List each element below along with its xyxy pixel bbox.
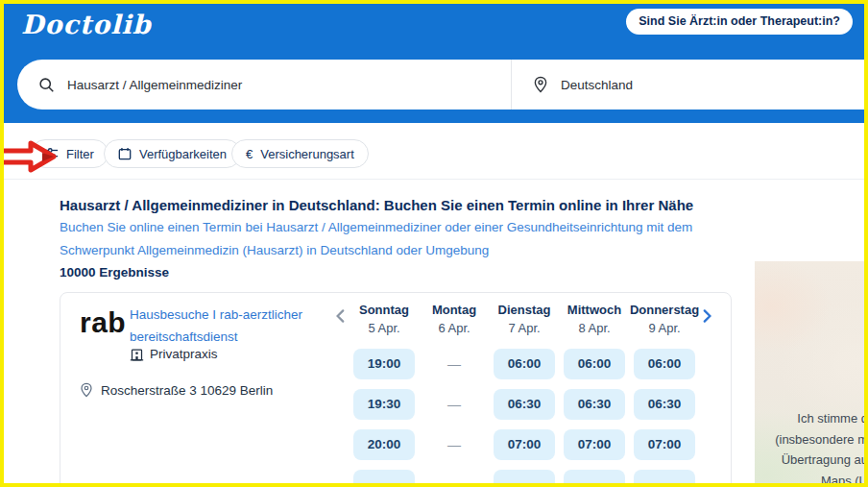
calendar-icon	[118, 147, 132, 160]
day-date: 8 Apr.	[578, 321, 610, 340]
location-pin-icon	[533, 76, 548, 93]
address-row: Roscherstraße 3 10629 Berlin	[80, 382, 273, 398]
filter-button-label: Filter	[66, 147, 94, 161]
search-location-text: Deutschland	[561, 78, 633, 92]
building-icon	[130, 348, 144, 361]
page-title: Hausarzt / Allgemeinmediziner in Deutsch…	[60, 197, 693, 213]
insurance-filter-button[interactable]: € Versicherungsart	[231, 139, 369, 168]
time-slot-button[interactable]: 19:00	[353, 349, 415, 379]
red-arrow-annotation	[0, 139, 60, 174]
time-slot-button[interactable]: 06:00	[494, 349, 555, 379]
availability-filter-label: Verfügbarkeiten	[139, 147, 227, 161]
time-slot-button[interactable]	[353, 470, 415, 487]
day-date: 7 Apr.	[508, 321, 540, 340]
top-header: Doctolib Sind Sie Ärzt:in oder Therapeut…	[4, 4, 864, 123]
time-slot-button[interactable]: 07:00	[634, 429, 695, 460]
time-slot-button[interactable]: 06:00	[564, 349, 625, 379]
day-name: Sonntag	[359, 303, 409, 321]
day-name: Mittwoch	[567, 303, 621, 321]
day-date: 9 Apr.	[648, 321, 680, 340]
doctolib-logo[interactable]: Doctolib	[21, 10, 152, 39]
map-consent-line: Maps (U	[755, 471, 868, 487]
time-slot-button[interactable]: 06:00	[634, 349, 695, 379]
search-bar: Hausarzt / Allgemeinmediziner Deutschlan…	[17, 60, 868, 110]
euro-icon: €	[246, 147, 253, 161]
time-slot-button[interactable]: 07:00	[564, 429, 625, 460]
no-slot-dash: —	[423, 470, 485, 487]
page-subtitle: Buchen Sie online einen Termin bei Hausa…	[60, 216, 703, 262]
location-input[interactable]: Deutschland	[512, 60, 868, 110]
availability-filter-button[interactable]: Verfügbarkeiten	[104, 139, 241, 168]
map-consent-panel: Ich stimme d(insbesondere mÜbertragung a…	[755, 261, 868, 487]
time-slot-button[interactable]	[494, 470, 555, 487]
time-slot-button[interactable]: 06:30	[494, 389, 555, 420]
calendar-day-column: Donnerstag9 Apr.06:0006:3007:00	[634, 303, 695, 487]
no-slot-dash: —	[423, 429, 485, 460]
day-date: 5 Apr.	[368, 321, 399, 340]
professional-signup-button[interactable]: Sind Sie Ärzt:in oder Therapeut:in?	[626, 9, 853, 35]
time-slot-button[interactable]	[634, 470, 695, 487]
filter-bar: Filter Verfügbarkeiten € Versicherungsar…	[4, 127, 864, 180]
day-date: 6 Apr.	[438, 321, 470, 340]
clinic-name-link[interactable]: Hausbesuche I rab-aerztlicher bereitscha…	[130, 304, 317, 348]
day-name: Dienstag	[498, 303, 551, 321]
time-slot-button[interactable]	[564, 470, 625, 487]
time-slot-button[interactable]: 20:00	[353, 429, 415, 460]
insurance-filter-label: Versicherungsart	[260, 147, 354, 161]
search-icon	[38, 77, 55, 93]
calendar-prev-icon[interactable]	[332, 307, 350, 325]
no-slot-dash: —	[423, 389, 485, 420]
time-slot-button[interactable]: 06:30	[634, 389, 695, 420]
time-slot-button[interactable]: 06:30	[564, 389, 625, 420]
page-frame: Doctolib Sind Sie Ärzt:in oder Therapeut…	[0, 0, 868, 487]
practice-type-label: Privatpraxis	[150, 347, 218, 361]
map-consent-line: Ich stimme d	[755, 408, 868, 429]
map-consent-text: Ich stimme d(insbesondere mÜbertragung a…	[755, 408, 868, 487]
address-text: Roscherstraße 3 10629 Berlin	[101, 383, 273, 398]
map-consent-line: Übertragung au	[755, 450, 868, 471]
calendar-day-column: Mittwoch8 Apr.06:0006:3007:00	[564, 303, 625, 487]
results-count: 10000 Ergebnisse	[60, 265, 169, 280]
address-pin-icon	[80, 382, 93, 398]
practitioner-card: rab Hausbesuche I rab-aerztlicher bereit…	[60, 292, 732, 487]
day-name: Donnerstag	[630, 303, 699, 321]
practice-type-row: Privatpraxis	[130, 347, 218, 361]
clinic-logo: rab	[80, 306, 126, 339]
search-input[interactable]: Hausarzt / Allgemeinmediziner	[17, 60, 512, 110]
map-consent-line: (insbesondere m	[755, 429, 868, 450]
availability-calendar: Sonntag5 Apr.19:0019:3020:00Montag6 Apr.…	[353, 303, 695, 487]
search-query-text: Hausarzt / Allgemeinmediziner	[67, 78, 242, 92]
no-slot-dash: —	[423, 349, 485, 379]
day-name: Montag	[432, 303, 476, 321]
calendar-day-column: Dienstag7 Apr.06:0006:3007:00	[494, 303, 555, 487]
time-slot-button[interactable]: 07:00	[494, 429, 555, 460]
calendar-day-column: Montag6 Apr.————	[423, 303, 485, 487]
calendar-day-column: Sonntag5 Apr.19:0019:3020:00	[353, 303, 415, 487]
time-slot-button[interactable]: 19:30	[353, 389, 415, 420]
calendar-next-icon[interactable]	[698, 307, 715, 325]
